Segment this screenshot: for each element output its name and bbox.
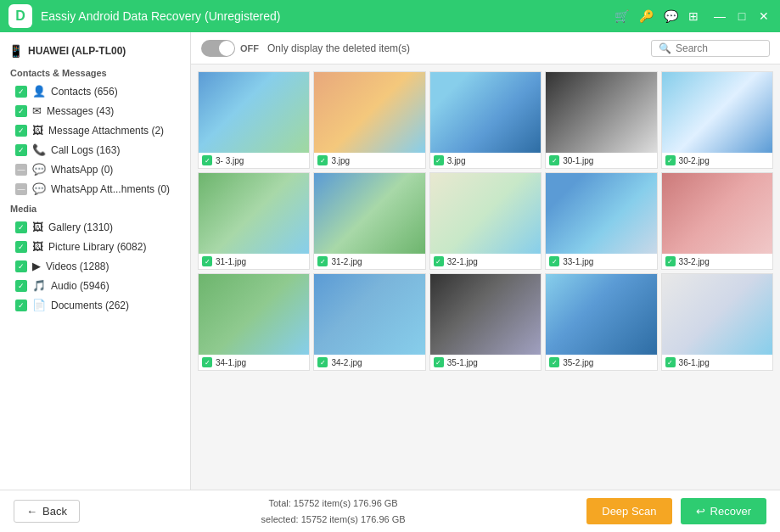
- photo-item-p10[interactable]: ✓33-2.jpg: [661, 172, 773, 270]
- photo-item-p12[interactable]: ✓34-2.jpg: [313, 273, 425, 371]
- photo-check-p2[interactable]: ✓: [317, 155, 328, 165]
- sidebar-item-messages[interactable]: ✓ ✉ Messages (43): [0, 101, 190, 120]
- photo-name-p4: 30-1.jpg: [563, 156, 593, 165]
- photo-check-p10[interactable]: ✓: [665, 256, 676, 266]
- bottom-bar: ← Back Total: 15752 item(s) 176.96 GB se…: [0, 490, 780, 532]
- grid-icon[interactable]: ⊞: [688, 9, 699, 23]
- device-name: HUAWEI (ALP-TL00): [28, 45, 126, 57]
- photo-item-p15[interactable]: ✓36-1.jpg: [661, 273, 773, 371]
- sidebar-item-call-logs[interactable]: ✓ 📞 Call Logs (163): [0, 140, 190, 160]
- photo-name-p5: 30-2.jpg: [679, 156, 710, 165]
- photo-item-p11[interactable]: ✓34-1.jpg: [198, 273, 310, 371]
- photo-thumb-p15: [662, 274, 772, 355]
- toggle-track[interactable]: [201, 40, 235, 57]
- search-input[interactable]: [676, 42, 762, 54]
- gallery-icon: 🖼: [32, 221, 43, 233]
- check-whatsapp-attachments: —: [15, 183, 27, 195]
- photo-item-p6[interactable]: ✓31-1.jpg: [198, 172, 310, 270]
- sidebar-item-whatsapp-attachments[interactable]: — 💬 WhatsApp Att...hments (0): [0, 179, 190, 199]
- sidebar-item-documents[interactable]: ✓ 📄 Documents (262): [0, 295, 190, 315]
- deep-scan-button[interactable]: Deep Scan: [586, 498, 671, 524]
- documents-icon: 📄: [32, 299, 46, 311]
- photo-check-p6[interactable]: ✓: [202, 256, 212, 266]
- photo-thumb-p13: [430, 274, 541, 355]
- content-toolbar: OFF Only display the deleted item(s) 🔍: [191, 32, 780, 64]
- sidebar-item-whatsapp[interactable]: — 💬 WhatsApp (0): [0, 160, 190, 179]
- photo-check-p15[interactable]: ✓: [665, 357, 676, 367]
- gallery-label: Gallery (1310): [48, 221, 182, 233]
- photo-name-p1: 3- 3.jpg: [216, 156, 244, 165]
- whatsapp-label: WhatsApp (0): [51, 164, 182, 176]
- photo-check-p3[interactable]: ✓: [434, 155, 444, 165]
- photo-name-p3: 3.jpg: [447, 156, 466, 165]
- chat-icon[interactable]: 💬: [664, 9, 678, 23]
- photo-thumb-p9: [546, 173, 656, 254]
- sidebar: 📱 HUAWEI (ALP-TL00) Contacts & Messages …: [0, 32, 191, 490]
- photo-name-p9: 33-1.jpg: [563, 257, 593, 266]
- documents-label: Documents (262): [51, 300, 182, 311]
- photo-name-p13: 35-1.jpg: [447, 358, 478, 367]
- call-logs-icon: 📞: [32, 143, 46, 156]
- photo-item-p5[interactable]: ✓30-2.jpg: [661, 71, 773, 169]
- check-picture-library: ✓: [15, 241, 27, 253]
- picture-library-label: Picture Library (6082): [48, 241, 182, 253]
- close-button[interactable]: ✕: [756, 8, 772, 24]
- photo-item-p7[interactable]: ✓31-2.jpg: [313, 172, 425, 270]
- sidebar-item-picture-library[interactable]: ✓ 🖼 Picture Library (6082): [0, 237, 190, 256]
- app-logo: D: [8, 4, 32, 28]
- photo-grid-container[interactable]: ✓3- 3.jpg✓3.jpg✓3.jpg✓30-1.jpg✓30-2.jpg✓…: [191, 64, 780, 490]
- back-label: Back: [42, 505, 67, 518]
- whatsapp-attachments-label: WhatsApp Att...hments (0): [51, 183, 182, 195]
- check-message-attachments: ✓: [15, 125, 27, 137]
- minimize-button[interactable]: —: [712, 8, 727, 24]
- photo-item-p9[interactable]: ✓33-1.jpg: [545, 172, 657, 270]
- sidebar-item-videos[interactable]: ✓ ▶ Videos (1288): [0, 256, 190, 276]
- sidebar-item-audio[interactable]: ✓ 🎵 Audio (5946): [0, 276, 190, 295]
- toggle-deleted[interactable]: OFF: [201, 40, 259, 57]
- recover-button[interactable]: ↩ Recover: [681, 498, 766, 524]
- photo-item-p3[interactable]: ✓3.jpg: [429, 71, 542, 169]
- toggle-thumb: [219, 41, 234, 56]
- photo-item-p8[interactable]: ✓32-1.jpg: [429, 172, 542, 270]
- photo-name-p12: 34-2.jpg: [331, 358, 362, 367]
- photo-check-p9[interactable]: ✓: [549, 256, 559, 266]
- photo-thumb-p1: [199, 72, 309, 153]
- photo-item-p14[interactable]: ✓35-2.jpg: [545, 273, 657, 371]
- titlebar: D Eassiy Android Data Recovery (Unregist…: [0, 0, 780, 32]
- message-attach-icon: 🖼: [32, 124, 43, 137]
- stats-area: Total: 15752 item(s) 176.96 GB selected:…: [80, 496, 586, 527]
- sidebar-item-gallery[interactable]: ✓ 🖼 Gallery (1310): [0, 217, 190, 237]
- photo-name-p15: 36-1.jpg: [679, 358, 710, 367]
- titlebar-actions: 🛒 🔑 💬 ⊞: [614, 9, 699, 23]
- display-deleted-text: Only display the deleted item(s): [267, 42, 643, 54]
- photo-check-p11[interactable]: ✓: [202, 357, 212, 367]
- photo-check-p4[interactable]: ✓: [549, 155, 559, 165]
- photo-item-p1[interactable]: ✓3- 3.jpg: [198, 71, 310, 169]
- photo-check-p12[interactable]: ✓: [317, 357, 328, 367]
- device-row[interactable]: 📱 HUAWEI (ALP-TL00): [0, 39, 190, 63]
- key-icon[interactable]: 🔑: [639, 9, 654, 23]
- sidebar-item-message-attachments[interactable]: ✓ 🖼 Message Attachments (2): [0, 120, 190, 140]
- maximize-button[interactable]: □: [734, 8, 749, 24]
- section-contacts-messages: Contacts & Messages: [0, 63, 190, 81]
- photo-thumb-p6: [199, 173, 309, 254]
- videos-label: Videos (1288): [46, 260, 182, 272]
- photo-item-p4[interactable]: ✓30-1.jpg: [545, 71, 657, 169]
- photo-check-p8[interactable]: ✓: [434, 256, 444, 266]
- photo-name-p11: 34-1.jpg: [216, 358, 246, 367]
- photo-check-p7[interactable]: ✓: [317, 256, 328, 266]
- photo-item-p13[interactable]: ✓35-1.jpg: [429, 273, 542, 371]
- photo-item-p2[interactable]: ✓3.jpg: [313, 71, 425, 169]
- search-box[interactable]: 🔍: [651, 40, 770, 57]
- window-controls: — □ ✕: [712, 8, 772, 24]
- sidebar-item-contacts[interactable]: ✓ 👤 Contacts (656): [0, 81, 190, 101]
- photo-check-p14[interactable]: ✓: [549, 357, 559, 367]
- back-button[interactable]: ← Back: [14, 500, 80, 523]
- photo-check-p13[interactable]: ✓: [434, 357, 444, 367]
- photo-thumb-p2: [314, 72, 424, 153]
- photo-thumb-p11: [199, 274, 309, 355]
- photo-check-p5[interactable]: ✓: [665, 155, 676, 165]
- cart-icon[interactable]: 🛒: [614, 9, 629, 23]
- photo-check-p1[interactable]: ✓: [202, 155, 212, 165]
- section-media: Media: [0, 199, 190, 217]
